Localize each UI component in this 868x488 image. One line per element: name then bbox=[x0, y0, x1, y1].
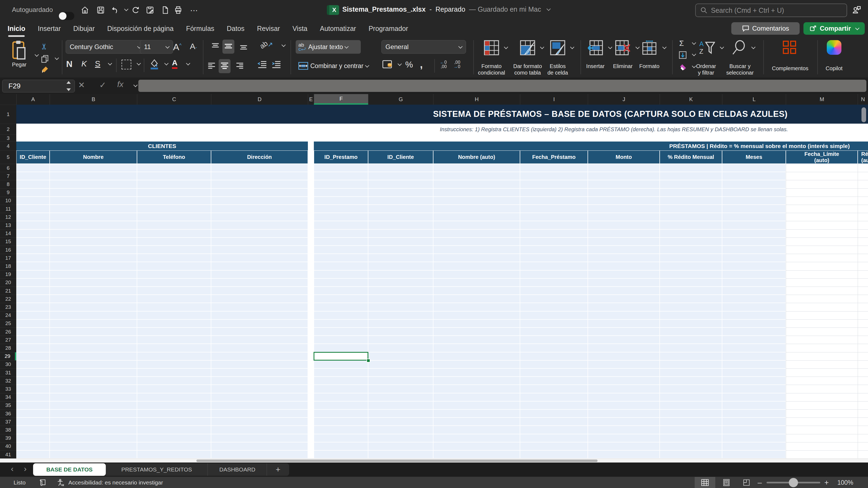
cell[interactable] bbox=[211, 172, 308, 180]
cell[interactable] bbox=[520, 254, 588, 262]
cell[interactable] bbox=[786, 319, 858, 328]
table-header-Direcci-n[interactable]: Dirección bbox=[211, 151, 308, 163]
cell[interactable] bbox=[588, 344, 659, 352]
cell[interactable] bbox=[211, 393, 308, 401]
cell[interactable] bbox=[137, 352, 211, 360]
format-painter-icon[interactable] bbox=[41, 65, 50, 75]
search-input[interactable]: Search (Cmd + Ctrl + U) bbox=[695, 3, 847, 17]
cell[interactable] bbox=[368, 295, 433, 302]
cell[interactable] bbox=[211, 434, 308, 442]
cell[interactable] bbox=[433, 369, 520, 376]
cell[interactable] bbox=[368, 213, 433, 221]
cell[interactable] bbox=[858, 197, 868, 205]
cell[interactable] bbox=[50, 246, 137, 254]
decrease-indent-button[interactable] bbox=[257, 60, 268, 69]
wrap-text-button[interactable]: abc⮐ Ajustar texto bbox=[296, 40, 361, 54]
cell[interactable] bbox=[50, 361, 137, 368]
percent-style-button[interactable]: % bbox=[405, 60, 413, 70]
cell[interactable] bbox=[433, 180, 520, 188]
cell[interactable] bbox=[50, 451, 137, 458]
cell[interactable] bbox=[722, 426, 785, 433]
cell[interactable] bbox=[433, 377, 520, 384]
cell[interactable] bbox=[588, 377, 659, 384]
align-left-button[interactable] bbox=[206, 60, 218, 73]
cell[interactable] bbox=[858, 237, 868, 246]
cell[interactable] bbox=[314, 377, 368, 384]
cell[interactable] bbox=[137, 213, 211, 221]
cell[interactable] bbox=[314, 262, 368, 270]
cell[interactable] bbox=[137, 401, 211, 409]
cell[interactable] bbox=[211, 287, 308, 294]
cell[interactable] bbox=[588, 205, 659, 213]
cell[interactable] bbox=[17, 385, 50, 393]
cell[interactable] bbox=[786, 344, 858, 352]
row-header-20[interactable]: 20 bbox=[0, 279, 16, 287]
cell[interactable] bbox=[50, 369, 137, 376]
cell[interactable] bbox=[786, 188, 858, 197]
row-header-27[interactable]: 27 bbox=[0, 336, 16, 344]
cell[interactable] bbox=[314, 385, 368, 393]
cell[interactable] bbox=[588, 361, 659, 368]
cell[interactable] bbox=[137, 270, 211, 278]
row-header-28[interactable]: 28 bbox=[0, 344, 16, 352]
cell[interactable] bbox=[786, 295, 858, 303]
cell[interactable] bbox=[314, 328, 368, 335]
cell[interactable] bbox=[588, 352, 659, 360]
cell[interactable] bbox=[368, 443, 433, 450]
autosave-toggle[interactable] bbox=[59, 12, 74, 20]
cell[interactable] bbox=[368, 328, 433, 335]
cell[interactable] bbox=[314, 443, 368, 450]
cell[interactable] bbox=[50, 205, 137, 213]
cell[interactable] bbox=[520, 385, 588, 393]
cell[interactable] bbox=[314, 172, 368, 180]
cell[interactable] bbox=[433, 279, 520, 286]
cell[interactable] bbox=[660, 426, 722, 433]
cell[interactable] bbox=[137, 246, 211, 254]
cell[interactable] bbox=[137, 205, 211, 213]
cell[interactable] bbox=[588, 172, 659, 180]
cell[interactable] bbox=[660, 262, 722, 270]
cell[interactable] bbox=[520, 180, 588, 188]
cell[interactable] bbox=[50, 254, 137, 262]
cell[interactable] bbox=[722, 254, 785, 262]
cell[interactable] bbox=[368, 197, 433, 204]
underline-button[interactable]: S bbox=[95, 59, 100, 68]
cell[interactable] bbox=[588, 213, 659, 221]
cell[interactable] bbox=[786, 164, 858, 172]
cell[interactable] bbox=[858, 311, 868, 320]
cell[interactable] bbox=[211, 303, 308, 311]
cell[interactable] bbox=[368, 172, 433, 180]
cell[interactable] bbox=[858, 385, 868, 393]
format-cells-chevron-icon[interactable] bbox=[662, 45, 667, 50]
cell[interactable] bbox=[588, 385, 659, 393]
name-box-up-icon[interactable] bbox=[66, 81, 71, 84]
cell[interactable] bbox=[660, 279, 722, 286]
cell[interactable] bbox=[858, 410, 868, 418]
horizontal-scrollbar-thumb[interactable] bbox=[196, 459, 597, 462]
cell[interactable] bbox=[314, 287, 368, 294]
cell[interactable] bbox=[660, 238, 722, 246]
cell[interactable] bbox=[588, 287, 659, 294]
cell[interactable] bbox=[588, 328, 659, 335]
cell[interactable] bbox=[314, 336, 368, 344]
row-header-17[interactable]: 17 bbox=[0, 254, 16, 262]
cell[interactable] bbox=[433, 221, 520, 229]
column-header-N[interactable]: N bbox=[858, 94, 868, 105]
cell[interactable] bbox=[433, 246, 520, 254]
cell[interactable] bbox=[722, 270, 785, 278]
cell[interactable] bbox=[660, 246, 722, 254]
column-header-F[interactable]: F bbox=[314, 94, 368, 105]
cell[interactable] bbox=[314, 246, 368, 254]
cell[interactable] bbox=[314, 189, 368, 196]
cell[interactable] bbox=[722, 377, 785, 384]
cell[interactable] bbox=[50, 213, 137, 221]
cell[interactable] bbox=[314, 205, 368, 213]
cell[interactable] bbox=[433, 164, 520, 172]
cell[interactable] bbox=[50, 401, 137, 409]
cell[interactable] bbox=[786, 254, 858, 262]
cell[interactable] bbox=[50, 221, 137, 229]
cell[interactable] bbox=[520, 393, 588, 401]
cell[interactable] bbox=[433, 385, 520, 393]
normal-view-button[interactable] bbox=[695, 477, 715, 488]
cell[interactable] bbox=[211, 221, 308, 229]
